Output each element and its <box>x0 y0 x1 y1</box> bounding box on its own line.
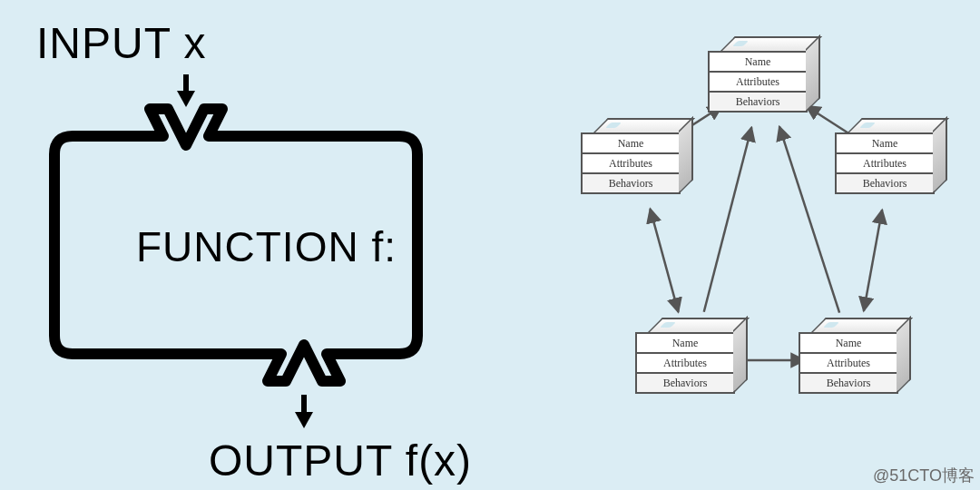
cube-attributes: Attributes <box>581 154 681 174</box>
function-diagram: INPUT x FUNCTION f: OUTPUT f(x) <box>36 18 472 472</box>
arrow-bottom-left-top <box>704 127 752 311</box>
cube-name: Name <box>635 332 735 354</box>
cube-attributes: Attributes <box>708 73 808 93</box>
cube-name: Name <box>708 51 808 73</box>
objects-diagram: NameAttributesBehaviorsNameAttributesBeh… <box>544 36 962 454</box>
cube-name: Name <box>835 132 935 154</box>
cube-attributes: Attributes <box>835 154 935 174</box>
object-cube-right: NameAttributesBehaviors <box>835 118 935 194</box>
svg-marker-1 <box>177 91 195 107</box>
cube-name: Name <box>799 332 898 354</box>
object-cube-left: NameAttributesBehaviors <box>581 118 681 194</box>
cube-behaviors: Behaviors <box>708 93 808 113</box>
output-label: OUTPUT f(x) <box>209 436 472 485</box>
function-label: FUNCTION f: <box>136 222 397 271</box>
object-cube-bottom-left: NameAttributesBehaviors <box>635 318 735 394</box>
cube-behaviors: Behaviors <box>835 174 935 194</box>
arrow-bottom-right-right <box>864 210 882 311</box>
cube-attributes: Attributes <box>799 354 898 374</box>
object-cube-top: NameAttributesBehaviors <box>708 36 808 113</box>
svg-marker-3 <box>295 412 313 428</box>
arrow-bottom-right-top <box>779 126 839 312</box>
cube-behaviors: Behaviors <box>581 174 681 194</box>
cube-behaviors: Behaviors <box>635 374 735 394</box>
cube-attributes: Attributes <box>635 354 735 374</box>
arrow-bottom-left-left <box>650 209 678 312</box>
cube-name: Name <box>581 132 681 154</box>
cube-behaviors: Behaviors <box>799 374 898 394</box>
object-cube-bottom-right: NameAttributesBehaviors <box>799 318 898 394</box>
watermark: @51CTO博客 <box>873 465 975 486</box>
